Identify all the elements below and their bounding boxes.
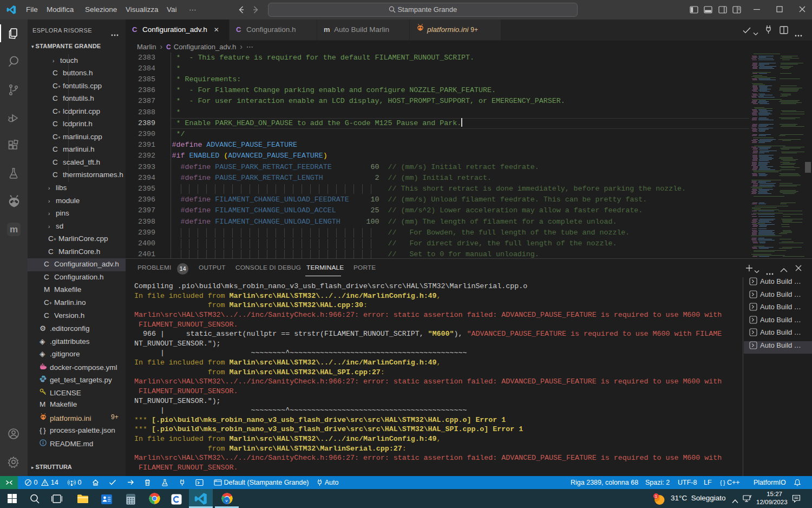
svg-text:1: 1 xyxy=(655,494,658,499)
